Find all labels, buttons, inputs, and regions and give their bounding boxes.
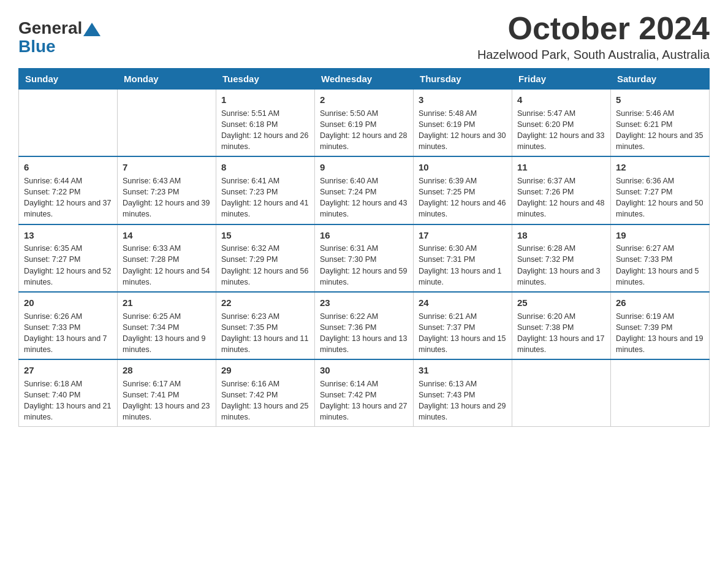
sunrise-text: Sunrise: 6:13 AM	[419, 380, 477, 388]
calendar-cell	[611, 359, 710, 427]
day-number: 20	[24, 296, 112, 310]
sunrise-text: Sunrise: 6:14 AM	[320, 380, 378, 388]
day-number: 4	[517, 93, 605, 107]
logo-triangle-icon	[83, 23, 100, 36]
daylight-text: Daylight: 13 hours and 17 minutes.	[517, 334, 604, 354]
calendar-cell	[512, 359, 611, 427]
daylight-text: Daylight: 13 hours and 9 minutes.	[123, 334, 206, 354]
sunset-text: Sunset: 7:33 PM	[616, 255, 672, 264]
sunset-text: Sunset: 7:30 PM	[320, 255, 376, 264]
day-number: 2	[320, 93, 408, 107]
daylight-text: Daylight: 12 hours and 35 minutes.	[616, 131, 703, 151]
calendar-cell: 29Sunrise: 6:16 AMSunset: 7:42 PMDayligh…	[216, 359, 315, 427]
calendar-cell: 22Sunrise: 6:23 AMSunset: 7:35 PMDayligh…	[216, 292, 315, 359]
day-number: 5	[616, 93, 704, 107]
header-day-sunday: Sunday	[19, 69, 118, 90]
sunrise-text: Sunrise: 6:26 AM	[24, 312, 82, 321]
daylight-text: Daylight: 13 hours and 25 minutes.	[221, 402, 308, 421]
sunrise-text: Sunrise: 6:17 AM	[123, 380, 181, 388]
sunrise-text: Sunrise: 6:35 AM	[24, 244, 82, 253]
title-area: October 2024 Hazelwood Park, South Austr…	[477, 12, 710, 62]
calendar-cell: 16Sunrise: 6:31 AMSunset: 7:30 PMDayligh…	[315, 224, 414, 292]
header-day-friday: Friday	[512, 69, 611, 90]
location-title: Hazelwood Park, South Australia, Austral…	[477, 48, 710, 62]
calendar-cell: 3Sunrise: 5:48 AMSunset: 6:19 PMDaylight…	[414, 90, 512, 157]
sunrise-text: Sunrise: 5:47 AM	[517, 109, 575, 118]
day-number: 12	[616, 161, 704, 174]
day-number: 18	[517, 229, 605, 242]
daylight-text: Daylight: 13 hours and 23 minutes.	[123, 402, 210, 421]
sunset-text: Sunset: 7:29 PM	[221, 255, 278, 264]
day-number: 9	[320, 161, 408, 174]
day-number: 29	[221, 364, 309, 377]
header-day-thursday: Thursday	[414, 69, 512, 90]
sunset-text: Sunset: 7:41 PM	[123, 391, 179, 399]
sunrise-text: Sunrise: 6:40 AM	[320, 177, 378, 185]
daylight-text: Daylight: 13 hours and 29 minutes.	[419, 402, 506, 421]
sunset-text: Sunset: 7:35 PM	[221, 323, 278, 332]
sunrise-text: Sunrise: 6:20 AM	[517, 312, 575, 321]
header-day-monday: Monday	[118, 69, 216, 90]
sunrise-text: Sunrise: 6:28 AM	[517, 244, 575, 253]
sunrise-text: Sunrise: 6:37 AM	[517, 177, 575, 185]
sunrise-text: Sunrise: 6:25 AM	[123, 312, 181, 321]
sunset-text: Sunset: 6:19 PM	[419, 120, 475, 129]
calendar-cell: 4Sunrise: 5:47 AMSunset: 6:20 PMDaylight…	[512, 90, 611, 157]
day-number: 31	[419, 364, 507, 377]
calendar-week-row: 20Sunrise: 6:26 AMSunset: 7:33 PMDayligh…	[19, 292, 710, 359]
calendar-cell: 23Sunrise: 6:22 AMSunset: 7:36 PMDayligh…	[315, 292, 414, 359]
calendar-cell: 27Sunrise: 6:18 AMSunset: 7:40 PMDayligh…	[19, 359, 118, 427]
calendar-table: SundayMondayTuesdayWednesdayThursdayFrid…	[18, 68, 710, 427]
day-number: 26	[616, 296, 704, 310]
day-number: 24	[419, 296, 507, 310]
sunset-text: Sunset: 7:22 PM	[24, 188, 80, 196]
sunset-text: Sunset: 7:27 PM	[616, 188, 672, 196]
logo-blue-text: Blue	[18, 37, 56, 56]
day-number: 11	[517, 161, 605, 174]
daylight-text: Daylight: 13 hours and 5 minutes.	[616, 267, 699, 286]
daylight-text: Daylight: 12 hours and 56 minutes.	[221, 267, 308, 286]
calendar-cell: 13Sunrise: 6:35 AMSunset: 7:27 PMDayligh…	[19, 224, 118, 292]
logo-general-text: General	[18, 18, 82, 38]
calendar-cell: 31Sunrise: 6:13 AMSunset: 7:43 PMDayligh…	[414, 359, 512, 427]
day-number: 10	[419, 161, 507, 174]
sunset-text: Sunset: 7:32 PM	[517, 255, 574, 264]
day-number: 25	[517, 296, 605, 310]
day-number: 6	[24, 161, 112, 174]
daylight-text: Daylight: 12 hours and 39 minutes.	[123, 199, 210, 218]
day-number: 19	[616, 229, 704, 242]
sunset-text: Sunset: 6:19 PM	[320, 120, 376, 129]
sunset-text: Sunset: 6:21 PM	[616, 120, 672, 129]
day-number: 14	[123, 229, 211, 242]
sunset-text: Sunset: 7:39 PM	[616, 323, 672, 332]
header-day-saturday: Saturday	[611, 69, 710, 90]
daylight-text: Daylight: 12 hours and 59 minutes.	[320, 267, 407, 286]
sunset-text: Sunset: 6:20 PM	[517, 120, 574, 129]
daylight-text: Daylight: 13 hours and 7 minutes.	[24, 334, 107, 354]
sunset-text: Sunset: 6:18 PM	[221, 120, 278, 129]
calendar-cell	[118, 90, 216, 157]
sunset-text: Sunset: 7:25 PM	[419, 188, 475, 196]
calendar-cell: 6Sunrise: 6:44 AMSunset: 7:22 PMDaylight…	[19, 156, 118, 224]
sunset-text: Sunset: 7:28 PM	[123, 255, 179, 264]
calendar-cell: 25Sunrise: 6:20 AMSunset: 7:38 PMDayligh…	[512, 292, 611, 359]
daylight-text: Daylight: 13 hours and 21 minutes.	[24, 402, 111, 421]
calendar-cell: 12Sunrise: 6:36 AMSunset: 7:27 PMDayligh…	[611, 156, 710, 224]
sunrise-text: Sunrise: 5:48 AM	[419, 109, 477, 118]
day-number: 17	[419, 229, 507, 242]
sunrise-text: Sunrise: 6:39 AM	[419, 177, 477, 185]
sunset-text: Sunset: 7:40 PM	[24, 391, 80, 399]
sunset-text: Sunset: 7:42 PM	[221, 391, 278, 399]
sunrise-text: Sunrise: 6:44 AM	[24, 177, 82, 185]
sunrise-text: Sunrise: 6:36 AM	[616, 177, 674, 185]
calendar-cell: 14Sunrise: 6:33 AMSunset: 7:28 PMDayligh…	[118, 224, 216, 292]
daylight-text: Daylight: 12 hours and 37 minutes.	[24, 199, 111, 218]
day-number: 1	[221, 93, 309, 107]
calendar-week-row: 1Sunrise: 5:51 AMSunset: 6:18 PMDaylight…	[19, 90, 710, 157]
daylight-text: Daylight: 13 hours and 13 minutes.	[320, 334, 407, 354]
sunset-text: Sunset: 7:37 PM	[419, 323, 475, 332]
sunrise-text: Sunrise: 6:30 AM	[419, 244, 477, 253]
daylight-text: Daylight: 13 hours and 3 minutes.	[517, 267, 601, 286]
daylight-text: Daylight: 12 hours and 46 minutes.	[419, 199, 506, 218]
sunrise-text: Sunrise: 5:46 AM	[616, 109, 674, 118]
